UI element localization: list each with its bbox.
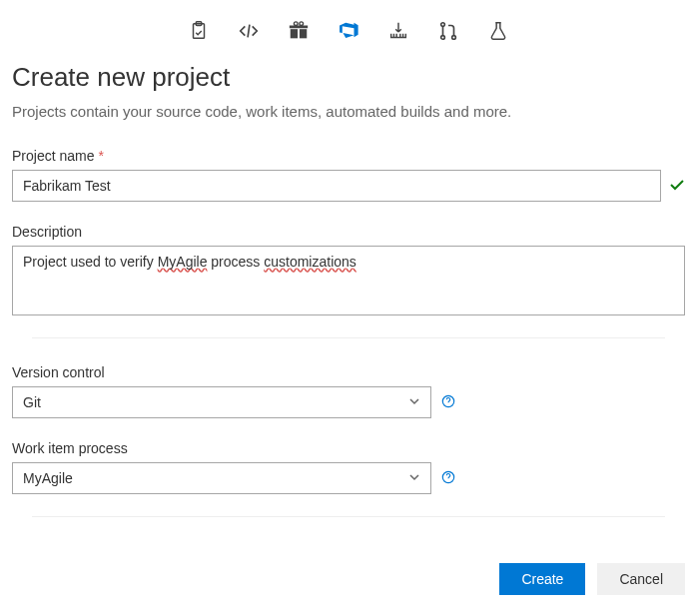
gift-icon[interactable]: [288, 20, 310, 42]
create-button[interactable]: Create: [499, 563, 585, 595]
page-title: Create new project: [12, 62, 685, 93]
chevron-down-icon: [408, 470, 420, 486]
chevron-down-icon: [408, 394, 420, 410]
svg-rect-2: [291, 29, 298, 38]
work-item-process-select[interactable]: MyAgile: [12, 462, 431, 494]
version-control-value: Git: [23, 394, 41, 410]
svg-rect-3: [300, 29, 307, 38]
code-icon[interactable]: [238, 20, 260, 42]
flask-icon[interactable]: [487, 20, 509, 42]
project-name-input[interactable]: [12, 170, 661, 202]
download-icon[interactable]: [387, 20, 409, 42]
button-row: Create Cancel: [12, 543, 685, 595]
service-icon-row: [12, 12, 685, 62]
svg-rect-4: [290, 26, 308, 29]
project-name-label: Project name *: [12, 148, 685, 164]
description-field: Description Project used to verify MyAgi…: [12, 224, 685, 315]
description-input[interactable]: Project used to verify MyAgile process c…: [12, 246, 685, 315]
version-control-label: Version control: [12, 364, 685, 380]
help-icon[interactable]: [441, 394, 455, 411]
svg-point-9: [452, 36, 456, 40]
svg-point-7: [441, 23, 445, 27]
divider: [32, 516, 665, 517]
divider: [32, 337, 665, 338]
svg-point-5: [294, 22, 298, 26]
svg-point-8: [441, 36, 445, 40]
version-control-field: Version control Git: [12, 364, 685, 418]
help-icon[interactable]: [441, 470, 455, 487]
work-item-process-value: MyAgile: [23, 470, 73, 486]
project-name-field: Project name *: [12, 148, 685, 202]
valid-check-icon: [669, 177, 685, 196]
description-label: Description: [12, 224, 685, 240]
clipboard-icon[interactable]: [188, 20, 210, 42]
page-subtitle: Projects contain your source code, work …: [12, 103, 685, 120]
work-item-process-field: Work item process MyAgile: [12, 440, 685, 494]
work-item-process-label: Work item process: [12, 440, 685, 456]
pull-request-icon[interactable]: [437, 20, 459, 42]
azure-devops-icon[interactable]: [338, 20, 359, 42]
cancel-button[interactable]: Cancel: [597, 563, 685, 595]
version-control-select[interactable]: Git: [12, 386, 431, 418]
svg-point-6: [300, 22, 304, 26]
